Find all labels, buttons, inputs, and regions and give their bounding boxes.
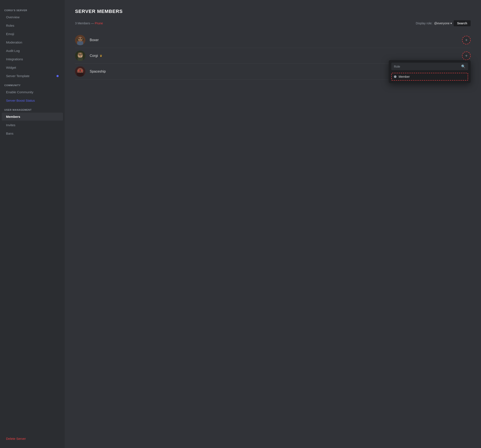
sidebar-item-invites[interactable]: Invites <box>2 121 63 129</box>
member-row-boxer: Boxer + <box>75 32 471 48</box>
sidebar-item-label: Widget <box>6 66 16 69</box>
members-meta-bar: 3 Members — Prune Display role: @everyon… <box>75 20 471 26</box>
sidebar-item-members[interactable]: Members <box>2 113 63 121</box>
sidebar-item-roles[interactable]: Roles <box>2 22 63 29</box>
sidebar-item-label: Delete Server <box>6 437 26 441</box>
sidebar-item-label: Integrations <box>6 57 23 61</box>
sidebar-item-label: Emoji <box>6 32 14 36</box>
notification-dot <box>56 75 59 77</box>
svg-rect-22 <box>77 73 84 77</box>
sidebar-item-label: Overview <box>6 15 20 19</box>
sidebar-item-label: Members <box>6 115 20 118</box>
svg-rect-7 <box>83 39 84 40</box>
member-row-corgi: Corgi ♛ + 🔍 Member <box>75 48 471 64</box>
sidebar-item-label: Server Template <box>6 74 30 78</box>
svg-rect-3 <box>78 38 80 39</box>
sidebar-item-bans[interactable]: Bans <box>2 129 63 137</box>
sidebar-item-server-template[interactable]: Server Template <box>2 72 63 80</box>
svg-rect-2 <box>77 41 83 45</box>
crown-icon: ♛ <box>100 54 102 58</box>
svg-point-12 <box>78 54 82 58</box>
member-name-spaceship: Spaceship <box>90 70 106 73</box>
sidebar-item-label: Bans <box>6 132 13 135</box>
role-select-value: @everyone <box>434 22 450 25</box>
svg-rect-4 <box>81 38 82 39</box>
page-title: SERVER MEMBERS <box>75 9 471 14</box>
avatar-boxer <box>75 35 85 45</box>
sidebar: CORGI'S SERVER Overview Roles Emoji Mode… <box>0 0 65 448</box>
sidebar-item-label: Moderation <box>6 40 22 44</box>
sidebar-item-integrations[interactable]: Integrations <box>2 55 63 63</box>
role-search-input[interactable] <box>394 65 459 68</box>
sidebar-server-section: CORGI'S SERVER <box>0 5 65 13</box>
main-content: SERVER MEMBERS 3 Members — Prune Display… <box>65 0 481 448</box>
display-role-area: Display role: @everyone ▾ Search <box>416 20 471 26</box>
sidebar-item-delete-server[interactable]: Delete Server <box>2 435 63 443</box>
sidebar-item-server-boost[interactable]: Server Boost Status <box>2 96 63 104</box>
add-role-button-corgi[interactable]: + <box>462 51 471 60</box>
member-name-boxer: Boxer <box>90 38 99 42</box>
avatar-corgi <box>75 51 85 61</box>
sidebar-item-label: Enable Community <box>6 90 33 94</box>
svg-point-13 <box>79 54 80 56</box>
add-role-button-boxer[interactable]: + <box>462 36 471 44</box>
sidebar-item-label: Roles <box>6 24 14 27</box>
sidebar-item-label: Invites <box>6 123 15 127</box>
role-option-label: Member <box>399 75 410 78</box>
members-count-text: 3 Members <box>75 22 90 25</box>
search-icon: 🔍 <box>461 64 466 68</box>
svg-point-21 <box>79 70 81 72</box>
avatar-spaceship <box>75 66 85 77</box>
members-count-area: 3 Members — Prune <box>75 22 103 25</box>
role-search-box[interactable]: 🔍 <box>391 63 468 70</box>
svg-point-15 <box>80 56 81 57</box>
sidebar-item-moderation[interactable]: Moderation <box>2 38 63 46</box>
role-select-dropdown[interactable]: @everyone ▾ <box>434 22 452 25</box>
svg-rect-6 <box>77 39 78 40</box>
sidebar-item-audit-log[interactable]: Audit Log <box>2 47 63 55</box>
display-role-label: Display role: <box>416 22 432 25</box>
svg-point-5 <box>79 40 81 41</box>
chevron-down-icon: ▾ <box>450 22 452 25</box>
separator: — <box>91 22 95 25</box>
prune-link[interactable]: Prune <box>95 22 103 25</box>
role-option-member[interactable]: Member <box>391 73 468 81</box>
sidebar-community-section: COMMUNITY <box>0 80 65 88</box>
svg-rect-16 <box>78 58 83 61</box>
sidebar-item-emoji[interactable]: Emoji <box>2 30 63 38</box>
search-button[interactable]: Search <box>454 20 471 26</box>
svg-point-14 <box>80 54 81 56</box>
sidebar-item-widget[interactable]: Widget <box>2 64 63 72</box>
sidebar-item-enable-community[interactable]: Enable Community <box>2 88 63 96</box>
sidebar-user-management-section: USER MANAGEMENT <box>0 105 65 112</box>
role-dropdown-popup: 🔍 Member <box>389 60 471 83</box>
sidebar-item-overview[interactable]: Overview <box>2 13 63 21</box>
role-color-dot <box>394 75 397 78</box>
sidebar-item-label: Audit Log <box>6 49 20 52</box>
member-name-corgi: Corgi ♛ <box>90 54 102 58</box>
sidebar-item-label: Server Boost Status <box>6 99 35 102</box>
